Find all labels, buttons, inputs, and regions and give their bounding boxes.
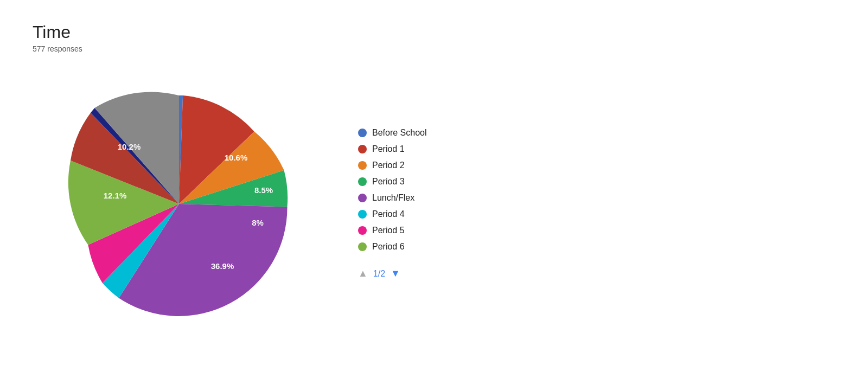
legend-label-before-school: Before School [372,128,427,138]
label-period3: 8% [252,218,264,227]
legend-item-period6: Period 6 [358,242,427,252]
legend-label-period6: Period 6 [372,242,405,252]
legend-dot-before-school [358,129,367,137]
legend-item-period4: Period 4 [358,209,427,219]
label-lunch-flex: 36.9% [211,261,234,271]
legend-dot-period2 [358,161,367,170]
legend-item-period1: Period 1 [358,144,427,154]
pie-svg: 12.1% 10.6% 10.2% 8.5% 8% 36.9% [65,90,293,318]
legend-dot-period6 [358,242,367,251]
response-count: 577 responses [33,44,835,53]
legend-label-period1: Period 1 [372,144,405,154]
chart-area: 12.1% 10.6% 10.2% 8.5% 8% 36.9% Before S… [33,64,835,343]
legend-label-lunch-flex: Lunch/Flex [372,193,414,203]
label-period6: 12.1% [104,191,127,200]
prev-page-button[interactable]: ▲ [358,268,368,279]
legend-dot-period3 [358,177,367,186]
main-container: Time 577 responses [0,0,868,365]
label-period1: 10.6% [225,153,248,162]
pagination: ▲ 1/2 ▼ [358,268,427,279]
next-page-button[interactable]: ▼ [391,268,400,279]
legend-item-period5: Period 5 [358,226,427,235]
legend-label-period3: Period 3 [372,177,405,187]
legend-item-period3: Period 3 [358,177,427,187]
label-period2: 8.5% [254,185,273,195]
legend-dot-lunch-flex [358,194,367,202]
legend-item-period2: Period 2 [358,161,427,170]
legend-item-lunch-flex: Lunch/Flex [358,193,427,203]
page-indicator: 1/2 [373,269,385,279]
legend-label-period2: Period 2 [372,161,405,170]
label-period1b: 10.2% [118,142,141,151]
legend: Before School Period 1 Period 2 Period 3… [358,128,427,279]
pie-chart: 12.1% 10.6% 10.2% 8.5% 8% 36.9% [65,90,293,318]
legend-dot-period4 [358,210,367,219]
legend-dot-period5 [358,226,367,235]
legend-label-period5: Period 5 [372,226,405,235]
chart-title: Time [33,22,835,42]
legend-dot-period1 [358,145,367,153]
legend-label-period4: Period 4 [372,209,405,219]
legend-item-before-school: Before School [358,128,427,138]
